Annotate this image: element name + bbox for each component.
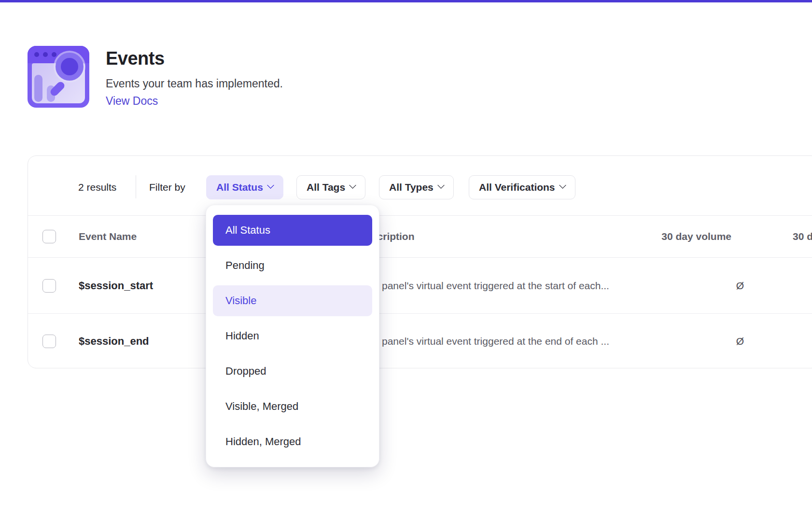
filter-by-label: Filter by <box>149 175 185 199</box>
event-30-day-volume: Ø <box>607 336 744 347</box>
row-checkbox[interactable] <box>42 335 56 348</box>
column-header-event-name[interactable]: Event Name <box>79 231 137 242</box>
table-header-row: Event Name Description 30 day volume 30 … <box>28 216 812 258</box>
event-description: panel's virtual event triggered at the e… <box>382 336 609 347</box>
event-30-day-volume: Ø <box>607 280 744 292</box>
event-name[interactable]: $session_end <box>79 335 149 348</box>
verifications-filter-button[interactable]: All Verifications <box>469 175 575 199</box>
icon-window-dot <box>34 52 39 57</box>
table-row[interactable]: $session_end panel's virtual event trigg… <box>28 313 812 369</box>
column-header-30-day-volume[interactable]: 30 day volume <box>607 231 731 242</box>
dropdown-item-all-status[interactable]: All Status <box>213 215 372 246</box>
dropdown-item-pending[interactable]: Pending <box>213 250 372 281</box>
chevron-down-icon <box>559 181 566 189</box>
status-dropdown-menu: All Status Pending Visible Hidden Droppe… <box>206 205 379 467</box>
results-count: 2 results <box>78 175 116 199</box>
icon-chart-bar <box>34 75 42 102</box>
events-page: Events Events your team has implemented.… <box>0 0 812 505</box>
icon-window-dot <box>52 52 56 57</box>
filter-divider <box>136 175 136 198</box>
tags-filter-label: All Tags <box>307 182 345 193</box>
chevron-down-icon <box>437 181 445 189</box>
dropdown-item-hidden[interactable]: Hidden <box>213 321 372 351</box>
row-checkbox[interactable] <box>42 279 56 293</box>
events-card: 2 results Filter by All Status All Tags … <box>28 155 812 368</box>
dropdown-item-hidden-merged[interactable]: Hidden, Merged <box>213 426 372 457</box>
icon-window-dot <box>43 52 48 57</box>
page-subtitle: Events your team has implemented. <box>106 77 283 90</box>
tags-filter-button[interactable]: All Tags <box>296 175 365 199</box>
event-description: panel's virtual event triggered at the s… <box>382 280 609 292</box>
icon-magnifier-icon <box>56 53 84 81</box>
verifications-filter-label: All Verifications <box>479 182 555 193</box>
filter-bar: 2 results Filter by All Status All Tags … <box>28 156 812 216</box>
view-docs-link[interactable]: View Docs <box>106 95 158 108</box>
page-title: Events <box>106 48 165 69</box>
table-row[interactable]: $session_start panel's virtual event tri… <box>28 258 812 313</box>
top-accent-bar <box>0 0 812 2</box>
chevron-down-icon <box>349 181 357 189</box>
types-filter-label: All Types <box>389 182 434 193</box>
chevron-down-icon <box>267 181 275 189</box>
column-header-30-day-partial[interactable]: 30 d <box>793 231 812 242</box>
types-filter-button[interactable]: All Types <box>379 175 454 199</box>
dropdown-item-dropped[interactable]: Dropped <box>213 356 372 387</box>
dropdown-item-visible-merged[interactable]: Visible, Merged <box>213 391 372 422</box>
select-all-checkbox[interactable] <box>42 230 56 243</box>
events-app-icon <box>28 46 89 108</box>
status-filter-button[interactable]: All Status <box>206 175 283 199</box>
status-filter-label: All Status <box>216 182 263 193</box>
dropdown-item-visible[interactable]: Visible <box>213 285 372 316</box>
event-name[interactable]: $session_start <box>79 280 153 292</box>
